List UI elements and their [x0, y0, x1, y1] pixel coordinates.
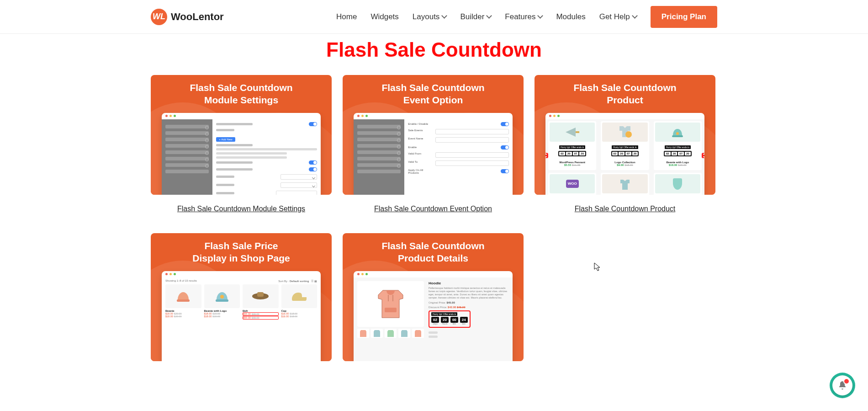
nav-modules[interactable]: Modules [556, 12, 585, 21]
countdown-highlight: Hurry Up! Offer ends in 02Days 20Hours 0… [429, 310, 471, 328]
thumbnail: ➔ ➔ Hurry Up! Offer ends in 02200720 Wor… [545, 113, 704, 195]
svg-rect-6 [216, 299, 228, 302]
thumbnail: Showing 1–8 of 15 results Sort By : Defa… [162, 271, 321, 361]
primary-nav: Home Widgets Layouts Builder Features Mo… [336, 6, 717, 28]
logo[interactable]: WL WooLentor [151, 9, 224, 25]
thumbnail: Hoodie Pellentesque habitant morbi trist… [354, 271, 513, 361]
card: Flash Sale CountdownProduct Details [343, 233, 524, 361]
svg-marker-0 [566, 128, 576, 137]
svg-point-7 [220, 295, 224, 299]
site-header: WL WooLentor Home Widgets Layouts Builde… [0, 0, 868, 34]
product-title: Hoodie [429, 281, 509, 285]
svg-rect-1 [576, 131, 579, 133]
nav-widgets[interactable]: Widgets [370, 12, 398, 21]
caption-link[interactable]: Flash Sale Countdown Event Option [374, 205, 492, 213]
product-desc: Pellentesque habitant morbi tristique se… [429, 287, 509, 300]
page-content: Flash Sale Countdown Flash Sale Countdow… [151, 0, 717, 361]
card-event-option[interactable]: Flash Sale CountdownEvent Option [343, 75, 524, 195]
card-product[interactable]: Flash Sale CountdownProduct ➔ ➔ Hurry Up… [535, 75, 715, 195]
card-product-details[interactable]: Flash Sale CountdownProduct Details [343, 233, 524, 361]
chevron-down-icon [442, 13, 448, 19]
nav-features[interactable]: Features [505, 12, 542, 21]
card: Flash Sale CountdownProduct ➔ ➔ Hurry Up… [535, 75, 715, 213]
caption-link[interactable]: Flash Sale Countdown Module Settings [177, 205, 305, 213]
card: Flash Sale PriceDisplay in Shop Page Sho… [151, 233, 332, 361]
section-title: Flash Sale Countdown [151, 38, 717, 61]
hoodie-icon [374, 286, 408, 322]
nav-get-help[interactable]: Get Help [599, 12, 637, 21]
chevron-down-icon [538, 13, 544, 19]
card-module-settings[interactable]: Flash Sale CountdownModule Settings [151, 75, 332, 195]
card: Flash Sale CountdownEvent Option [343, 75, 524, 213]
card-shop-page[interactable]: Flash Sale PriceDisplay in Shop Page Sho… [151, 233, 332, 361]
cards-row-1: Flash Sale CountdownModule Settings [151, 75, 717, 213]
svg-rect-3 [672, 135, 683, 137]
thumbnail: Enable / Disable Sale Events Event Name … [354, 113, 513, 195]
logo-mark-icon: WL [151, 9, 167, 25]
chevron-down-icon [486, 13, 492, 19]
svg-point-4 [676, 132, 679, 135]
caption-link[interactable]: Flash Sale Countdown Product [575, 205, 676, 213]
cards-row-2: Flash Sale PriceDisplay in Shop Page Sho… [151, 233, 717, 361]
card: Flash Sale CountdownModule Settings [151, 75, 332, 213]
svg-rect-10 [385, 308, 397, 312]
nav-builder[interactable]: Builder [460, 12, 491, 21]
svg-rect-5 [177, 299, 190, 302]
svg-point-2 [625, 131, 632, 138]
nav-layouts[interactable]: Layouts [413, 12, 447, 21]
brand-name: WooLentor [171, 11, 224, 23]
chevron-down-icon [632, 13, 638, 19]
add-new-btn: + Add New [216, 137, 235, 142]
pricing-button[interactable]: Pricing Plan [651, 6, 717, 28]
cd-label: Hurry Up! Offer ends in [559, 145, 585, 149]
nav-home[interactable]: Home [336, 12, 357, 21]
svg-rect-9 [257, 292, 264, 297]
thumbnail: + Add New [162, 113, 321, 195]
